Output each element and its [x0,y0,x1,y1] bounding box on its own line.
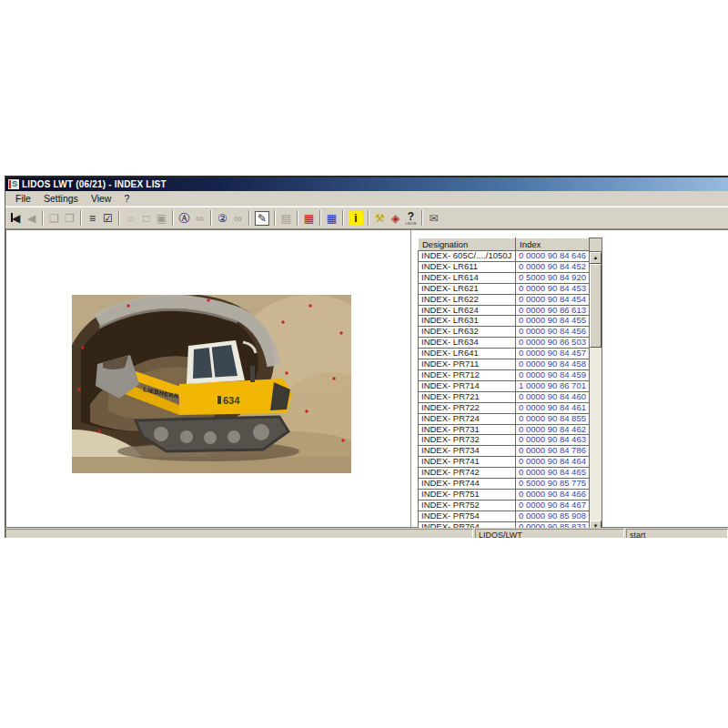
table-row[interactable]: INDEX- LR6410 0000 90 84 457 [419,349,590,359]
index-cell[interactable]: 0 0000 90 84 646 [516,251,590,262]
table-row[interactable]: INDEX- PR7210 0000 90 84 460 [419,391,590,402]
scrollbar-track[interactable] [590,264,602,521]
designation-cell[interactable]: INDEX- LR614 [419,272,516,283]
index-cell[interactable]: 0 0000 90 84 464 [516,457,590,468]
lidos-help-button[interactable]: ?LIDOS [403,209,419,227]
table-row[interactable]: INDEX- PR7340 0000 90 84 786 [419,446,590,457]
document-forward-button[interactable]: ❏ [46,209,62,227]
parts-list-button[interactable]: ≡ [85,209,100,227]
find-text-button[interactable]: ∞ [192,209,207,227]
blue-panel-button[interactable]: ▦ [324,209,339,227]
scrollbar-thumb[interactable] [590,264,602,348]
index-cell[interactable]: 0 0000 90 84 455 [516,316,590,327]
menu-item-view[interactable]: View [85,192,118,205]
designation-cell[interactable]: INDEX- LR634 [419,338,516,349]
table-row[interactable]: INDEX- 605C/..../1050J0 0000 90 84 646 [419,251,590,262]
table-row[interactable]: INDEX- PR7141 0000 90 86 701 [419,380,590,391]
table-row[interactable]: INDEX- PR7440 5000 90 85 775 [419,479,590,490]
designation-cell[interactable]: INDEX- PR754 [419,511,516,521]
designation-cell[interactable]: INDEX- LR611 [419,261,516,272]
index-cell[interactable]: 0 0000 90 84 460 [516,391,590,402]
table-row[interactable]: INDEX- PR7320 0000 90 84 463 [419,435,590,446]
index-cell[interactable]: 0 0000 90 84 456 [516,327,590,338]
designation-cell[interactable]: INDEX- LR621 [419,283,516,294]
table-row[interactable]: INDEX- PR7120 0000 90 84 459 [419,369,590,380]
page-view-button[interactable]: □ [138,209,154,227]
index-cell[interactable]: 0 0000 90 86 613 [516,305,590,316]
designation-cell[interactable]: INDEX- LR624 [419,305,516,316]
table-row[interactable]: INDEX- LR6310 0000 90 84 455 [419,316,590,327]
designation-cell[interactable]: INDEX- LR622 [419,294,516,305]
index-cell[interactable]: 0 0000 90 84 461 [516,402,590,413]
designation-cell[interactable]: INDEX- PR722 [419,402,516,413]
table-row[interactable]: INDEX- PR7410 0000 90 84 464 [419,457,590,468]
table-row[interactable]: INDEX- LR6340 0000 90 86 503 [419,338,590,349]
table-row[interactable]: INDEX- PR7110 0000 90 84 458 [419,359,590,370]
index-cell[interactable]: 0 0000 90 84 454 [516,294,590,305]
index-cell[interactable]: 0 5000 90 84 920 [516,272,590,283]
index-cell[interactable]: 0 0000 90 85 908 [516,511,590,521]
index-cell[interactable]: 0 0000 90 86 503 [516,338,590,349]
index-cell[interactable]: 1 0000 90 86 701 [516,380,590,391]
index-cell[interactable]: 0 0000 90 84 457 [516,349,590,359]
designation-cell[interactable]: INDEX- LR631 [419,316,516,327]
index-cell[interactable]: 0 0000 90 84 462 [516,424,590,435]
index-cell[interactable]: 0 0000 90 84 463 [516,435,590,446]
designation-cell[interactable]: INDEX- PR734 [419,446,516,457]
go-previous-button[interactable]: ◀ [24,209,39,227]
zoom-button[interactable]: ○ [123,209,138,227]
index-cell[interactable]: 0 0000 90 84 467 [516,500,590,511]
index-cell[interactable]: 0 0000 90 84 855 [516,413,590,424]
designation-cell[interactable]: INDEX- PR744 [419,479,516,490]
designation-cell[interactable]: INDEX- PR712 [419,369,516,380]
designation-cell[interactable]: INDEX- PR741 [419,457,516,468]
go-first-button[interactable]: ◀ [8,209,24,227]
index-cell[interactable]: 0 0000 90 84 453 [516,283,590,294]
index-cell[interactable]: 0 0000 90 84 459 [516,369,590,380]
find-number-button[interactable]: ∞ [230,209,246,227]
table-row[interactable]: INDEX- LR6210 0000 90 84 453 [419,283,590,294]
table-row[interactable]: INDEX- LR6110 0000 90 84 452 [419,261,590,272]
index-cell[interactable]: 0 0000 90 84 786 [516,446,590,457]
menu-item-settings[interactable]: Settings [37,192,85,205]
designation-cell[interactable]: INDEX- PR721 [419,391,516,402]
column-header-index[interactable]: Index [516,238,590,251]
table-row[interactable]: INDEX- LR6140 5000 90 84 920 [419,272,590,283]
table-row[interactable]: INDEX- PR7520 0000 90 84 467 [419,500,590,511]
help-docs-button[interactable]: ◈ [388,209,403,227]
column-header-designation[interactable]: Designation [419,238,516,251]
table-row[interactable]: INDEX- PR7240 0000 90 84 855 [419,413,590,424]
designation-cell[interactable]: INDEX- PR714 [419,380,516,391]
print-button[interactable]: ▤ [278,209,294,227]
table-row[interactable]: INDEX- PR7220 0000 90 84 461 [419,402,590,413]
designation-cell[interactable]: INDEX- LR632 [419,327,516,338]
table-row[interactable]: INDEX- LR6320 0000 90 84 456 [419,327,590,338]
designation-cell[interactable]: INDEX- PR731 [419,424,516,435]
designation-cell[interactable]: INDEX- PR732 [419,435,516,446]
table-row[interactable]: INDEX- PR7540 0000 90 85 908 [419,511,590,521]
designation-cell[interactable]: INDEX- PR742 [419,468,516,479]
vertical-scrollbar[interactable]: ▲ ▼ [590,238,602,533]
designation-cell[interactable]: INDEX- PR751 [419,489,516,500]
designation-cell[interactable]: INDEX- LR641 [419,349,516,359]
index-cell[interactable]: 0 0000 90 84 466 [516,489,590,500]
menu-item-help[interactable]: ? [117,192,136,205]
edit-note-button[interactable]: ✎ [255,211,269,226]
table-row[interactable]: INDEX- PR7310 0000 90 84 462 [419,424,590,435]
table-row[interactable]: INDEX- PR7510 0000 90 84 466 [419,489,590,500]
document-back-button[interactable]: ❐ [62,209,77,227]
designation-cell[interactable]: INDEX- PR724 [419,413,516,424]
menu-item-file[interactable]: File [9,192,37,205]
index-cell[interactable]: 0 0000 90 84 452 [516,261,590,272]
checklist-button[interactable]: ☑ [100,209,116,227]
table-row[interactable]: INDEX- PR7420 0000 90 84 465 [419,468,590,479]
mail-button[interactable]: ✉ [426,209,441,227]
table-row[interactable]: INDEX- LR6240 0000 90 86 613 [419,305,590,316]
index-cell[interactable]: 0 0000 90 84 465 [516,468,590,479]
search-number-button[interactable]: ② [215,209,230,227]
grid-view-button[interactable]: ▦ [301,209,317,227]
search-text-button[interactable]: Ⓐ [177,209,192,227]
service-tools-button[interactable]: ⚒ [372,209,388,227]
info-button[interactable]: i [349,211,363,226]
designation-cell[interactable]: INDEX- 605C/..../1050J [419,251,516,262]
